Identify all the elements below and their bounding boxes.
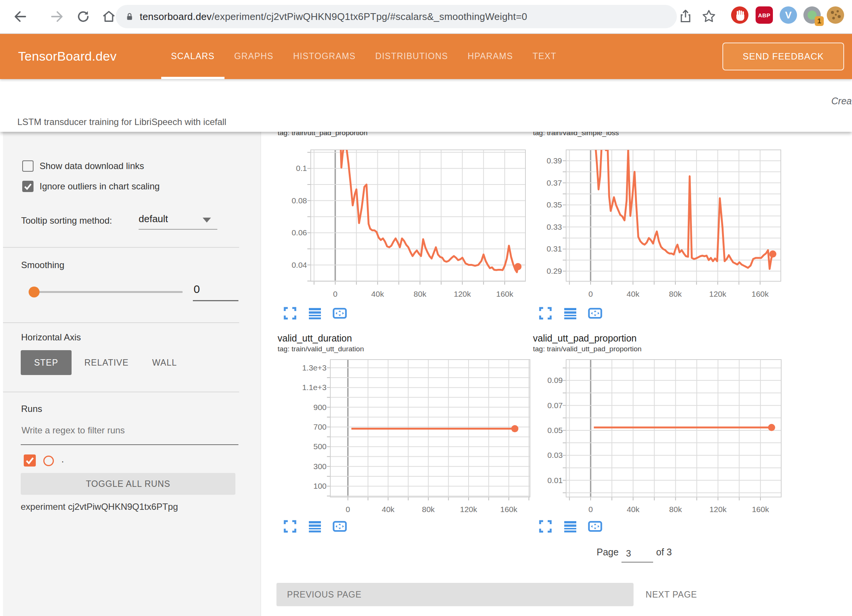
svg-text:0.08: 0.08 [292,196,307,205]
tab-histograms[interactable]: HISTOGRAMS [283,33,365,79]
v-extension-icon[interactable]: V [780,6,797,24]
axis-mode-step-button[interactable]: STEP [21,350,72,375]
chart-utt_pad_proportion[interactable]: 040k80k120k160k0.10.080.060.04 [264,142,542,302]
chart-toolbar [538,306,603,320]
axis-mode-wall-button[interactable]: WALL [152,350,177,375]
divider [3,247,239,248]
fit-domain-icon[interactable] [588,306,603,320]
chart-valid_simple_loss[interactable]: 040k80k120k160k0.390.370.350.330.310.29 [519,142,798,302]
svg-text:0.1: 0.1 [296,164,307,172]
url-text: tensorboard.dev/experiment/cj2vtPiwQHKN9… [140,11,527,23]
chart-series-icon[interactable] [307,519,322,534]
nav-tabs: SCALARS GRAPHS HISTOGRAMS DISTRIBUTIONS … [161,33,566,79]
page-root: tensorboard.dev/experiment/cj2vtPiwQHKN9… [0,0,852,616]
chart-toolbar [282,519,347,534]
expand-chart-icon[interactable] [282,306,298,320]
svg-text:40k: 40k [382,505,394,514]
svg-text:120k: 120k [454,290,471,298]
share-icon[interactable] [678,9,693,24]
chart-series-icon[interactable] [307,306,322,320]
divider [3,322,239,323]
svg-text:40k: 40k [371,290,384,298]
fit-domain-icon[interactable] [332,519,347,534]
chart-tag-valid-utt-duration: tag: train/valid_utt_duration [278,345,364,353]
browser-toolbar: tensorboard.dev/experiment/cj2vtPiwQHKN9… [0,0,852,34]
cookie-icon[interactable] [827,6,844,24]
chart-tag-valid-utt-pad-proportion: tag: train/valid_utt_pad_proportion [533,345,641,353]
tab-text[interactable]: TEXT [523,33,566,79]
svg-text:80k: 80k [414,290,426,298]
svg-text:700: 700 [313,422,327,431]
svg-text:0: 0 [588,505,593,514]
app-header: TensorBoard.dev SCALARS GRAPHS HISTOGRAM… [0,33,852,79]
tab-distributions[interactable]: DISTRIBUTIONS [365,33,458,79]
extension-badge: 1 [815,16,824,26]
chart-toolbar [538,519,603,534]
address-bar[interactable]: tensorboard.dev/experiment/cj2vtPiwQHKN9… [116,5,677,28]
chart-valid_utt_pad_proportion[interactable]: 040k80k120k160k0.090.070.050.030.01 [519,354,798,517]
next-page-button[interactable]: NEXT PAGE [646,583,697,606]
run-color-swatch[interactable] [43,456,54,466]
smoothing-slider-thumb[interactable] [29,287,40,297]
svg-text:160k: 160k [751,290,769,298]
svg-text:0.07: 0.07 [547,401,563,410]
run-checkbox[interactable] [24,454,36,467]
svg-text:0.35: 0.35 [547,200,562,209]
last-point-dot [769,250,776,258]
svg-text:0.05: 0.05 [547,426,563,435]
chart-series-icon[interactable] [563,306,578,320]
svg-text:40k: 40k [627,505,640,514]
fit-domain-icon[interactable] [588,519,603,534]
tooltip-sorting-dropdown[interactable]: default [139,213,168,225]
toggle-all-runs-button[interactable]: TOGGLE ALL RUNS [21,473,235,495]
expand-chart-icon[interactable] [538,306,553,320]
svg-text:160k: 160k [752,505,769,514]
smoothing-slider-track[interactable] [31,291,183,293]
svg-text:100: 100 [313,482,327,490]
smoothing-value-input[interactable] [193,282,240,296]
lock-icon [125,12,134,21]
expand-chart-icon[interactable] [538,519,553,534]
chevron-down-icon[interactable] [203,218,211,223]
axis-mode-relative-button[interactable]: RELATIVE [84,350,129,375]
adblock-hand-icon[interactable] [731,6,748,24]
ignore-outliers-checkbox[interactable] [22,181,34,192]
fit-domain-icon[interactable] [332,306,347,320]
expand-chart-icon[interactable] [282,519,298,534]
back-icon[interactable] [13,9,28,24]
svg-text:1.1e+3: 1.1e+3 [302,383,327,392]
send-feedback-button[interactable]: SEND FEEDBACK [722,43,844,70]
bookmark-star-icon[interactable] [701,9,716,24]
forward-icon[interactable] [49,9,64,24]
session-extension-icon[interactable]: 1 [803,6,821,24]
url-path: /experiment/cj2vtPiwQHKN9Q1tx6PTpg/#scal… [212,11,527,22]
tab-scalars[interactable]: SCALARS [161,33,224,79]
runs-filter-input[interactable] [21,425,233,436]
svg-text:120k: 120k [460,505,477,514]
svg-text:0: 0 [346,505,350,514]
svg-text:120k: 120k [709,505,727,514]
previous-page-button[interactable]: PREVIOUS PAGE [276,583,634,606]
chart-toolbar [282,306,347,320]
runs-filter-underline [21,444,238,445]
tooltip-sorting-label: Tooltip sorting method: [21,215,112,226]
chart-valid_utt_duration[interactable]: 040k80k120k160k1.3e+31.1e+39007005003001… [264,354,542,517]
reload-icon[interactable] [76,9,91,24]
show-download-links-checkbox[interactable] [22,160,34,172]
abp-icon[interactable]: ABP [756,6,773,24]
svg-text:0.39: 0.39 [547,156,562,165]
tab-hparams[interactable]: HPARAMS [458,33,523,79]
experiment-header: Crea LSTM transducer training for LibriS… [0,79,852,132]
svg-text:160k: 160k [496,290,513,298]
chart-series-icon[interactable] [563,519,578,534]
page-of-label: of 3 [656,547,672,558]
experiment-description: LSTM transducer training for LibriSpeech… [17,117,226,127]
svg-text:80k: 80k [669,290,682,298]
run-line [595,144,773,269]
svg-text:80k: 80k [669,505,682,514]
divider [3,392,239,392]
home-icon[interactable] [101,9,116,24]
page-number-input[interactable] [621,547,653,563]
tab-graphs[interactable]: GRAPHS [224,33,283,79]
ignore-outliers-label: Ignore outliers in chart scaling [40,181,160,192]
